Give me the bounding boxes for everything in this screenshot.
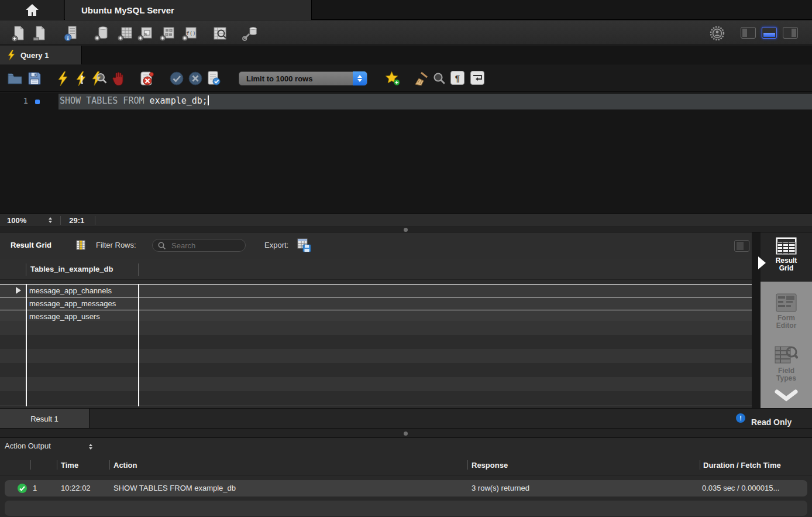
toggle-autocommit-button[interactable]	[206, 71, 221, 86]
chevron-down-icon[interactable]	[775, 389, 798, 402]
toggle-bottom-panel-button[interactable]	[762, 27, 777, 39]
star-plus-icon	[385, 71, 400, 86]
form-editor-icon	[776, 293, 797, 312]
query-toolbar: Limit to 1000 rows ¶	[0, 65, 812, 92]
line-number: 1	[16, 96, 28, 105]
open-sql-file-button[interactable]	[7, 71, 22, 86]
toggle-word-wrap-button[interactable]	[470, 71, 484, 85]
empty-output-row	[5, 501, 807, 516]
toggle-right-panel-button[interactable]	[783, 27, 798, 39]
limit-rows-dropdown[interactable]: Limit to 1000 rows	[239, 71, 367, 85]
rollback-button[interactable]	[188, 71, 203, 86]
connection-tab[interactable]: Ubuntu MySQL Server	[65, 0, 312, 20]
open-script-button[interactable]	[32, 25, 48, 42]
side-panel-item-field-types[interactable]: Field Types	[761, 345, 812, 382]
pilcrow-icon: ¶	[455, 73, 460, 83]
mysql-workbench-window: Ubuntu MySQL Server i	[0, 0, 812, 517]
explain-plan-button[interactable]	[92, 71, 107, 86]
execute-current-statement-button[interactable]	[74, 71, 89, 86]
side-panel-label: Form Editor	[768, 314, 804, 330]
left-panel-fill	[742, 29, 747, 37]
home-tab[interactable]	[0, 0, 64, 20]
sql-keywords: SHOW TABLES FROM	[60, 95, 150, 106]
column-border[interactable]	[138, 284, 139, 406]
sql-identifier: example_db;	[150, 95, 208, 106]
beautify-script-button[interactable]	[413, 71, 428, 86]
sql-editor[interactable]: 1 SHOW TABLES FROM example_db;	[0, 93, 812, 213]
action-output-title: Action Output	[5, 441, 51, 450]
read-only-label: Read Only	[751, 417, 792, 427]
filter-rows-label: Filter Rows:	[96, 241, 136, 249]
save-snippet-button[interactable]	[385, 71, 400, 86]
create-function-button[interactable]: f()	[181, 25, 198, 42]
sql-code-line[interactable]: SHOW TABLES FROM example_db;	[60, 95, 209, 106]
toggle-preview-panel-button[interactable]	[734, 240, 749, 252]
database-plus-icon	[94, 26, 110, 42]
row-index: 1	[33, 484, 37, 492]
divider	[95, 216, 95, 225]
new-query-tab-button[interactable]	[11, 25, 27, 42]
execute-query-button[interactable]	[55, 71, 70, 86]
magnifier-icon	[433, 72, 446, 85]
create-table-button[interactable]	[117, 25, 133, 42]
create-view-button[interactable]	[137, 25, 153, 42]
side-panel-item-form-editor[interactable]: Form Editor	[761, 293, 812, 330]
grid-options-icon[interactable]	[76, 240, 85, 250]
search-input[interactable]	[170, 240, 242, 251]
export-button[interactable]	[297, 238, 311, 252]
editor-result-splitter[interactable]	[0, 227, 812, 232]
empty-grid-rows	[0, 321, 752, 406]
create-schema-button[interactable]	[94, 25, 110, 42]
result-output-splitter[interactable]	[0, 428, 812, 438]
table-search-icon	[212, 26, 228, 42]
current-row-arrow-icon	[16, 287, 21, 294]
panel-pointer-icon	[758, 256, 766, 269]
stop-query-button[interactable]	[111, 71, 126, 86]
table-row[interactable]: message_app_channels	[0, 285, 752, 297]
right-panel-fill	[792, 29, 796, 37]
export-table-icon	[297, 238, 311, 252]
success-check-icon	[18, 484, 27, 493]
search-icon	[158, 242, 166, 250]
search-table-data-button[interactable]	[212, 25, 228, 42]
zoom-stepper[interactable]	[49, 217, 52, 223]
commit-button[interactable]	[169, 71, 184, 86]
result-grid: Tables_in_example_db message_app_channel…	[0, 259, 752, 408]
action-output-row[interactable]: 1 10:22:02 SHOW TABLES FROM example_db 3…	[5, 480, 807, 497]
grid-column-header-row[interactable]: Tables_in_example_db	[0, 259, 752, 280]
result-tab-bar: Result 1 ! Read Only	[0, 408, 812, 428]
connection-tools-button[interactable]	[242, 25, 259, 42]
column-header-action[interactable]: Action	[113, 461, 137, 470]
create-procedure-button[interactable]	[159, 25, 176, 42]
filter-search-field[interactable]	[152, 239, 246, 252]
save-script-button[interactable]	[27, 71, 42, 86]
row-response: 3 row(s) returned	[472, 484, 529, 492]
stop-on-error-icon	[140, 71, 154, 86]
column-divider	[30, 460, 31, 470]
toggle-stop-on-error-button[interactable]	[139, 71, 154, 86]
tab-query-1[interactable]: Query 1	[0, 46, 82, 64]
toggle-invisible-chars-button[interactable]: ¶	[450, 71, 465, 85]
result-grid-title: Result Grid	[11, 241, 51, 249]
column-header-response[interactable]: Response	[472, 461, 508, 470]
home-icon	[25, 4, 39, 16]
action-output-panel: Action Output Time Action Response Durat…	[0, 438, 812, 517]
inspector-button[interactable]: i	[63, 25, 80, 42]
tab-result-1[interactable]: Result 1	[0, 409, 90, 428]
table-row[interactable]: message_app_messages	[0, 297, 752, 310]
result-grid-toolbar: Result Grid Filter Rows: Export:	[0, 232, 812, 259]
field-types-icon	[775, 345, 798, 365]
toggle-left-panel-button[interactable]	[741, 27, 756, 39]
side-panel-item-result-grid[interactable]: Result Grid	[761, 237, 812, 272]
column-header-duration[interactable]: Duration / Fetch Time	[703, 461, 781, 470]
find-button[interactable]	[432, 71, 447, 86]
output-selector-stepper[interactable]	[89, 444, 92, 450]
limit-rows-value: Limit to 1000 rows	[239, 74, 353, 83]
column-header-time[interactable]: Time	[61, 461, 78, 470]
read-only-icon: !	[736, 413, 745, 423]
splitter-handle-icon	[404, 432, 408, 436]
preferences-button[interactable]	[709, 25, 725, 42]
bottom-panel-fill	[763, 33, 775, 37]
query-tab-label: Query 1	[20, 51, 49, 60]
column-divider[interactable]	[138, 263, 139, 276]
